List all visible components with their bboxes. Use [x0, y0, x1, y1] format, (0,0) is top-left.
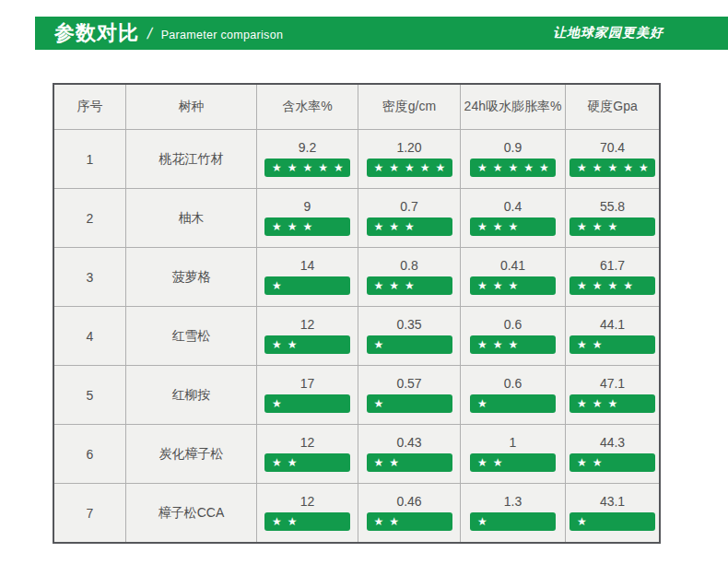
metric-cell: 0.6★	[461, 366, 565, 424]
star-icon: ★	[374, 457, 384, 468]
star-rating-badge: ★	[569, 512, 655, 531]
metric-value: 9	[304, 200, 311, 214]
star-icon: ★	[639, 162, 649, 173]
star-rating-badge: ★★	[367, 512, 452, 531]
species-cell: 桃花江竹材	[126, 130, 256, 188]
star-icon: ★	[577, 398, 587, 409]
metric-value: 61.7	[600, 259, 625, 273]
star-icon: ★	[288, 221, 298, 232]
star-icon: ★	[303, 162, 313, 173]
star-rating-badge: ★★	[367, 453, 452, 472]
header-cell-5: 硬度Gpa	[566, 85, 659, 129]
metric-cell: 0.7★★★	[358, 189, 460, 247]
metric-value: 70.4	[600, 141, 625, 155]
star-icon: ★	[593, 221, 603, 232]
metric-value: 0.8	[400, 259, 417, 273]
metric-cell: 12★★	[257, 307, 358, 365]
page: 参数对比 / Parameter comparison 让地球家园更美好 序号树…	[0, 0, 728, 564]
star-rating-badge: ★★	[264, 453, 350, 472]
metric-cell: 0.6★★★	[461, 307, 565, 365]
star-icon: ★	[493, 339, 503, 350]
metric-value: 1	[510, 436, 517, 450]
metric-cell: 43.1★	[566, 484, 659, 542]
star-icon: ★	[272, 516, 282, 527]
metric-value: 0.41	[500, 259, 525, 273]
star-rating-badge: ★★★	[367, 276, 452, 295]
star-icon: ★	[608, 280, 618, 291]
metric-value: 9.2	[299, 141, 316, 155]
star-icon: ★	[593, 339, 603, 350]
star-icon: ★	[493, 280, 503, 291]
star-icon: ★	[272, 280, 282, 291]
metric-cell: 44.3★★	[566, 425, 659, 483]
star-rating-badge: ★	[470, 512, 556, 531]
star-icon: ★	[288, 516, 298, 527]
row-index-cell: 4	[54, 307, 125, 365]
star-icon: ★	[608, 221, 618, 232]
star-icon: ★	[623, 280, 633, 291]
star-icon: ★	[493, 457, 503, 468]
star-rating-badge: ★★	[264, 335, 350, 354]
star-icon: ★	[374, 162, 384, 173]
star-icon: ★	[493, 221, 503, 232]
star-rating-badge: ★★	[264, 512, 350, 531]
metric-cell: 1.3★	[461, 484, 565, 542]
metric-value: 12	[300, 436, 315, 450]
star-icon: ★	[477, 221, 487, 232]
star-rating-badge: ★★	[569, 453, 655, 472]
metric-value: 44.3	[600, 436, 625, 450]
star-rating-badge: ★★★★	[569, 276, 655, 295]
star-icon: ★	[405, 162, 415, 173]
star-rating-badge: ★★★	[470, 335, 556, 354]
star-icon: ★	[334, 162, 344, 173]
metric-cell: 12★★	[257, 425, 358, 483]
species-cell: 炭化樟子松	[126, 425, 256, 483]
title-separator: /	[146, 25, 154, 43]
star-icon: ★	[405, 280, 415, 291]
metric-cell: 70.4★★★★★	[566, 130, 659, 188]
row-index-cell: 7	[54, 484, 125, 542]
star-icon: ★	[509, 339, 519, 350]
star-icon: ★	[477, 398, 487, 409]
star-icon: ★	[389, 457, 399, 468]
header-cell-4: 24h吸水膨胀率%	[461, 85, 565, 129]
metric-value: 0.6	[504, 318, 522, 332]
star-icon: ★	[374, 339, 384, 350]
star-icon: ★	[477, 457, 487, 468]
star-icon: ★	[608, 162, 618, 173]
row-index-cell: 3	[54, 248, 125, 306]
star-rating-badge: ★	[367, 335, 452, 354]
metric-value: 12	[300, 318, 315, 332]
star-icon: ★	[577, 339, 587, 350]
star-icon: ★	[374, 280, 384, 291]
header-cell-1: 树种	[126, 85, 256, 129]
metric-cell: 0.46★★	[358, 484, 460, 542]
metric-value: 0.57	[396, 377, 421, 391]
header-banner: 参数对比 / Parameter comparison 让地球家园更美好	[35, 17, 728, 50]
metric-cell: 0.57★	[358, 366, 460, 424]
metric-value: 12	[300, 495, 315, 509]
metric-cell: 61.7★★★★	[566, 248, 659, 306]
metric-value: 1.20	[396, 141, 421, 155]
metric-value: 47.1	[600, 377, 625, 391]
star-icon: ★	[374, 398, 384, 409]
star-rating-badge: ★★★	[367, 217, 452, 236]
metric-cell: 12★★	[257, 484, 358, 542]
star-icon: ★	[477, 339, 487, 350]
star-icon: ★	[577, 457, 587, 468]
star-icon: ★	[477, 162, 487, 173]
row-index-cell: 5	[54, 366, 125, 424]
star-icon: ★	[539, 162, 549, 173]
metric-value: 1.3	[504, 495, 522, 509]
star-icon: ★	[288, 162, 298, 173]
star-icon: ★	[608, 398, 618, 409]
metric-cell: 0.41★★★	[461, 248, 565, 306]
header-cell-0: 序号	[54, 85, 125, 129]
metric-cell: 55.8★★★	[566, 189, 659, 247]
row-index-cell: 1	[54, 130, 125, 188]
star-rating-badge: ★★★★★	[569, 159, 655, 177]
star-icon: ★	[303, 221, 313, 232]
metric-cell: 0.4★★★	[461, 189, 565, 247]
metric-value: 0.4	[504, 200, 522, 214]
page-title: 参数对比	[54, 19, 139, 47]
